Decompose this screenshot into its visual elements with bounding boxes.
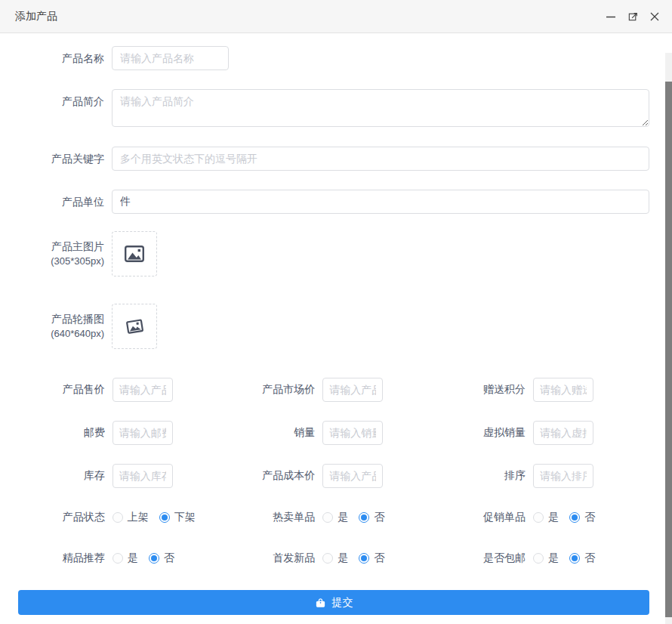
radio-label: 是 — [128, 551, 138, 565]
field-sort: 排序 — [439, 464, 649, 488]
postage-input[interactable] — [113, 421, 173, 445]
field-hot-item: 热卖单品 是 否 — [229, 511, 439, 524]
scrollbar-track[interactable] — [665, 53, 672, 624]
image-icon — [125, 246, 144, 262]
radio-label: 上架 — [128, 511, 149, 524]
field-label: 产品名称 — [18, 51, 104, 66]
radio-circle[interactable] — [569, 553, 580, 564]
radio-option-no[interactable]: 否 — [359, 511, 384, 524]
image-size-note: (640*640px) — [51, 328, 104, 339]
product-unit-input[interactable] — [112, 190, 649, 214]
row-radio-2: 精品推荐 是 否 首发新品 是 — [18, 551, 649, 565]
field-label: 产品简介 — [18, 89, 104, 113]
radio-circle[interactable] — [359, 553, 369, 564]
radio-circle[interactable] — [322, 512, 333, 523]
field-boutique: 精品推荐 是 否 — [18, 551, 229, 565]
field-label: 产品关键字 — [18, 152, 104, 166]
window-controls — [604, 10, 661, 23]
radio-label: 下架 — [174, 511, 196, 524]
stock-input[interactable] — [113, 464, 173, 488]
radio-label: 否 — [374, 511, 384, 524]
close-button[interactable] — [648, 10, 661, 23]
row-stock: 库存 产品成本价 排序 — [18, 464, 649, 488]
window-titlebar: 添加产品 — [0, 0, 672, 33]
minimize-icon — [606, 11, 616, 22]
field-label: 销量 — [229, 426, 316, 440]
maximize-button[interactable] — [626, 10, 640, 23]
radio-circle[interactable] — [359, 512, 369, 523]
radio-circle[interactable] — [113, 553, 123, 564]
radio-label: 是 — [338, 511, 348, 524]
field-label: 产品售价 — [18, 383, 105, 397]
main-image-upload[interactable] — [112, 231, 157, 276]
field-label: 虚拟销量 — [439, 426, 526, 440]
product-keywords-input[interactable] — [112, 147, 649, 171]
radio-circle[interactable] — [322, 553, 333, 564]
field-product-intro: 产品简介 — [18, 89, 649, 127]
field-gift-points: 赠送积分 — [439, 378, 649, 402]
radio-circle[interactable] — [149, 553, 159, 564]
radio-option-yes[interactable]: 是 — [533, 551, 559, 565]
radio-circle[interactable] — [113, 512, 123, 523]
submit-button[interactable]: 提交 — [18, 590, 649, 615]
radio-option-off-shelf[interactable]: 下架 — [159, 511, 196, 524]
carousel-image-upload[interactable] — [112, 304, 157, 349]
radio-option-no[interactable]: 否 — [569, 511, 595, 524]
field-carousel-image: 产品轮播图 (640*640px) — [18, 304, 649, 349]
field-stock: 库存 — [18, 464, 229, 488]
virtual-sales-input[interactable] — [533, 421, 593, 445]
radio-option-no[interactable]: 否 — [359, 551, 384, 565]
product-intro-textarea[interactable] — [112, 89, 649, 127]
radio-option-no[interactable]: 否 — [149, 551, 174, 565]
radio-label: 否 — [374, 551, 384, 565]
field-product-status: 产品状态 上架 下架 — [18, 511, 229, 524]
sales-input[interactable] — [322, 421, 383, 445]
image-size-note: (305*305px) — [51, 255, 104, 267]
window-title: 添加产品 — [15, 10, 57, 23]
radio-option-yes[interactable]: 是 — [533, 511, 559, 524]
radio-label: 否 — [584, 511, 595, 524]
field-label: 是否包邮 — [439, 551, 526, 565]
product-name-input[interactable] — [112, 46, 229, 70]
field-label-text: 产品轮播图 — [51, 313, 104, 325]
radio-group-hot-item: 是 否 — [322, 511, 439, 524]
field-free-shipping: 是否包邮 是 否 — [439, 551, 649, 565]
field-label: 产品单位 — [18, 195, 104, 209]
radio-circle[interactable] — [533, 553, 544, 564]
add-product-form: 产品名称 产品简介 产品关键字 产品单位 产品主图片 (305*305px) 产… — [0, 34, 665, 615]
radio-label: 是 — [338, 551, 348, 565]
sort-input[interactable] — [533, 464, 593, 488]
cost-price-input[interactable] — [322, 464, 383, 488]
radio-option-on-shelf[interactable]: 上架 — [113, 511, 149, 524]
row-prices: 产品售价 产品市场价 赠送积分 — [18, 378, 649, 402]
field-label-text: 产品主图片 — [51, 240, 104, 252]
field-market-price: 产品市场价 — [229, 378, 439, 402]
field-label: 邮费 — [18, 426, 105, 440]
radio-option-yes[interactable]: 是 — [322, 551, 348, 565]
scrollbar-thumb[interactable] — [665, 82, 672, 617]
gift-points-input[interactable] — [533, 378, 593, 402]
radio-circle[interactable] — [569, 512, 580, 523]
minimize-button[interactable] — [604, 10, 618, 23]
field-label: 精品推荐 — [18, 551, 105, 565]
field-label: 产品成本价 — [229, 469, 316, 483]
field-main-image: 产品主图片 (305*305px) — [18, 231, 649, 276]
radio-option-yes[interactable]: 是 — [322, 511, 348, 524]
field-label: 产品市场价 — [229, 383, 316, 397]
maximize-icon — [627, 11, 639, 22]
field-label: 产品主图片 (305*305px) — [18, 239, 104, 268]
radio-circle[interactable] — [533, 512, 544, 523]
radio-label: 是 — [548, 511, 559, 524]
radio-option-yes[interactable]: 是 — [113, 551, 138, 565]
field-label: 排序 — [439, 469, 526, 483]
field-label: 促销单品 — [439, 511, 526, 524]
field-label: 产品轮播图 (640*640px) — [18, 312, 104, 341]
sale-price-input[interactable] — [113, 378, 173, 402]
radio-label: 否 — [164, 551, 174, 565]
field-sales: 销量 — [229, 421, 439, 445]
radio-option-no[interactable]: 否 — [569, 551, 595, 565]
field-cost-price: 产品成本价 — [229, 464, 439, 488]
market-price-input[interactable] — [322, 378, 383, 402]
radio-circle[interactable] — [159, 512, 170, 523]
field-label: 库存 — [18, 469, 105, 483]
